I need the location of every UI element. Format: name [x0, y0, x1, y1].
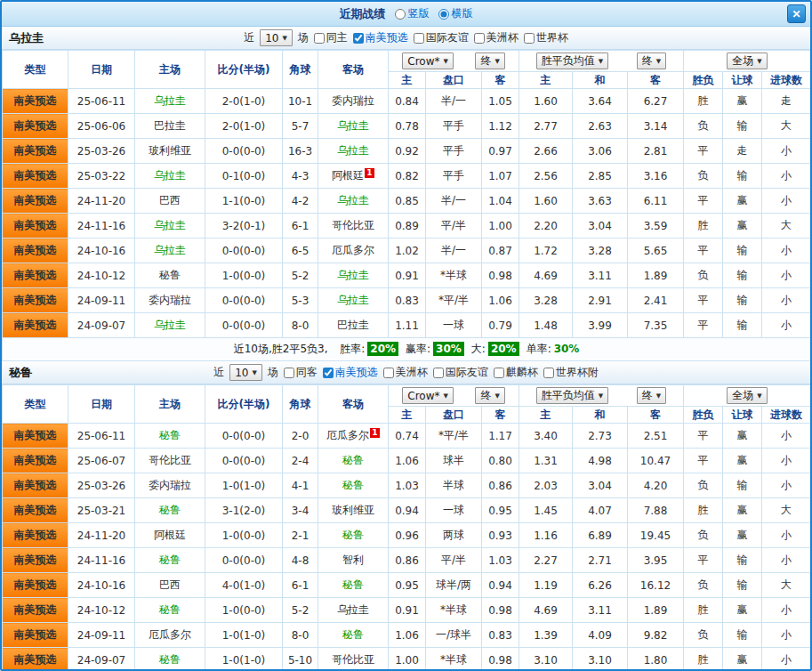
- away-team[interactable]: 秘鲁: [318, 449, 389, 473]
- league-type[interactable]: 南美预选: [3, 648, 68, 671]
- filter-checkbox-4[interactable]: 世界杯: [524, 30, 568, 45]
- away-team[interactable]: 乌拉圭: [318, 288, 389, 313]
- league-type[interactable]: 南美预选: [3, 473, 68, 498]
- ah-source-dropdown[interactable]: Crow*▼: [402, 387, 454, 404]
- match-count-select[interactable]: 10▼: [260, 29, 293, 46]
- home-team[interactable]: 巴西: [135, 189, 205, 214]
- away-team[interactable]: 委内瑞拉: [318, 89, 389, 114]
- checkbox-input[interactable]: [323, 368, 334, 378]
- home-team[interactable]: 乌拉圭: [135, 164, 205, 189]
- home-team[interactable]: 乌拉圭: [135, 238, 205, 263]
- league-type[interactable]: 南美预选: [3, 623, 68, 648]
- match-count-select[interactable]: 10▼: [229, 364, 262, 381]
- checkbox-input[interactable]: [414, 33, 424, 44]
- away-team[interactable]: 秘鲁: [318, 473, 389, 498]
- vertical-radio[interactable]: [395, 9, 406, 20]
- filter-checkbox-4[interactable]: 麒麟杯: [494, 365, 538, 380]
- checkbox-input[interactable]: [433, 368, 444, 378]
- close-button[interactable]: ✕: [787, 4, 806, 23]
- filter-checkbox-1[interactable]: 南美预选: [323, 365, 378, 380]
- checkbox-input[interactable]: [353, 33, 364, 44]
- league-type[interactable]: 南美预选: [3, 238, 68, 263]
- away-team[interactable]: 乌拉圭: [318, 263, 389, 288]
- league-type[interactable]: 南美预选: [3, 449, 68, 473]
- home-team[interactable]: 委内瑞拉: [135, 473, 205, 498]
- filter-checkbox-5[interactable]: 世界杯附: [543, 365, 599, 380]
- away-team[interactable]: 秘鲁: [318, 573, 389, 598]
- filter-checkbox-2[interactable]: 美洲杯: [383, 365, 428, 380]
- home-team[interactable]: 巴拉圭: [135, 114, 205, 139]
- league-type[interactable]: 南美预选: [3, 548, 68, 573]
- odds-source-dropdown[interactable]: 胜平负均值▼: [536, 53, 608, 69]
- away-team[interactable]: 厄瓜多尔1: [318, 424, 389, 449]
- checkbox-input[interactable]: [314, 33, 325, 44]
- ah-final-dropdown[interactable]: 终▼: [475, 387, 504, 404]
- league-type[interactable]: 南美预选: [3, 263, 68, 288]
- away-team[interactable]: 巴拉圭: [318, 313, 389, 338]
- filter-checkbox-3[interactable]: 美洲杯: [474, 30, 519, 45]
- home-team[interactable]: 秘鲁: [135, 498, 205, 523]
- chevron-down-icon: ▼: [757, 392, 761, 400]
- home-team[interactable]: 乌拉圭: [135, 313, 205, 338]
- home-team[interactable]: 哥伦比亚: [135, 449, 205, 473]
- home-team[interactable]: 乌拉圭: [135, 89, 205, 114]
- fulltime-dropdown[interactable]: 全场▼: [727, 53, 767, 69]
- league-type[interactable]: 南美预选: [3, 523, 68, 548]
- home-team[interactable]: 秘鲁: [135, 548, 205, 573]
- home-team[interactable]: 秘鲁: [135, 598, 205, 623]
- league-type[interactable]: 南美预选: [3, 288, 68, 313]
- horizontal-radio[interactable]: [438, 9, 449, 20]
- home-team[interactable]: 玻利维亚: [135, 139, 205, 164]
- league-type[interactable]: 南美预选: [3, 89, 68, 114]
- home-team[interactable]: 厄瓜多尔: [135, 623, 205, 648]
- away-team[interactable]: 智利: [318, 548, 389, 573]
- checkbox-input[interactable]: [474, 33, 485, 44]
- league-type[interactable]: 南美预选: [3, 424, 68, 449]
- home-team[interactable]: 秘鲁: [135, 424, 205, 449]
- league-type[interactable]: 南美预选: [3, 189, 68, 214]
- home-team[interactable]: 阿根廷: [135, 523, 205, 548]
- away-team[interactable]: 乌拉圭: [318, 189, 389, 214]
- league-type[interactable]: 南美预选: [3, 164, 68, 189]
- home-team[interactable]: 秘鲁: [135, 263, 205, 288]
- away-team[interactable]: 秘鲁: [318, 523, 389, 548]
- league-type[interactable]: 南美预选: [3, 498, 68, 523]
- checkbox-input[interactable]: [543, 368, 554, 378]
- away-team[interactable]: 乌拉圭: [318, 139, 389, 164]
- away-team[interactable]: 阿根廷1: [318, 164, 389, 189]
- odds-final-dropdown[interactable]: 终▼: [637, 387, 666, 404]
- league-type[interactable]: 南美预选: [3, 139, 68, 164]
- away-team[interactable]: 哥伦比亚: [318, 648, 389, 671]
- filter-checkbox-1[interactable]: 南美预选: [353, 30, 408, 45]
- away-team[interactable]: 乌拉圭: [318, 114, 389, 139]
- ah-source-dropdown[interactable]: Crow*▼: [402, 53, 454, 69]
- league-type[interactable]: 南美预选: [3, 214, 68, 238]
- league-type[interactable]: 南美预选: [3, 598, 68, 623]
- filter-checkbox-0[interactable]: 同客: [284, 365, 318, 380]
- home-team[interactable]: 巴西: [135, 573, 205, 598]
- home-team[interactable]: 乌拉圭: [135, 214, 205, 238]
- home-team[interactable]: 秘鲁: [135, 648, 205, 671]
- odds-source-dropdown[interactable]: 胜平负均值▼: [536, 387, 608, 404]
- checkbox-input[interactable]: [284, 368, 294, 378]
- layout-option-vertical[interactable]: 竖版: [395, 6, 430, 21]
- league-type[interactable]: 南美预选: [3, 313, 68, 338]
- ah-final-dropdown[interactable]: 终▼: [475, 53, 504, 69]
- away-team[interactable]: 玻利维亚: [318, 498, 389, 523]
- filter-checkbox-3[interactable]: 国际友谊: [433, 365, 488, 380]
- away-team[interactable]: 厄瓜多尔: [318, 238, 389, 263]
- league-type[interactable]: 南美预选: [3, 573, 68, 598]
- layout-option-horizontal[interactable]: 横版: [438, 6, 473, 21]
- away-team[interactable]: 哥伦比亚: [318, 214, 389, 238]
- home-team[interactable]: 委内瑞拉: [135, 288, 205, 313]
- checkbox-input[interactable]: [494, 368, 504, 378]
- league-type[interactable]: 南美预选: [3, 114, 68, 139]
- filter-checkbox-2[interactable]: 国际友谊: [414, 30, 469, 45]
- checkbox-input[interactable]: [383, 368, 394, 378]
- odds-final-dropdown[interactable]: 终▼: [637, 53, 666, 69]
- away-team[interactable]: 秘鲁: [318, 623, 389, 648]
- away-team[interactable]: 乌拉圭: [318, 598, 389, 623]
- checkbox-input[interactable]: [524, 33, 535, 44]
- fulltime-dropdown[interactable]: 全场▼: [727, 387, 767, 404]
- filter-checkbox-0[interactable]: 同主: [314, 30, 348, 45]
